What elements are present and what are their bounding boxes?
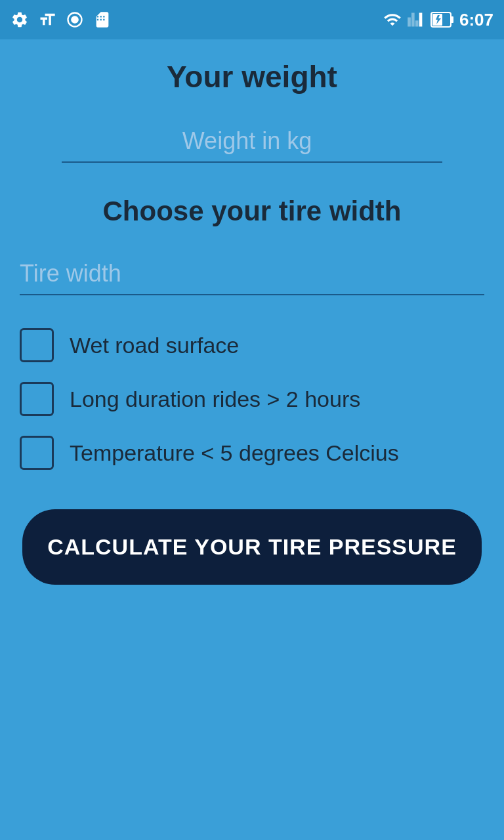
- tire-width-section-title: Choose your tire width: [102, 196, 401, 227]
- battery-icon: [430, 10, 454, 29]
- checkbox-long-duration-label: Long duration rides > 2 hours: [70, 387, 360, 412]
- weight-input[interactable]: [62, 121, 442, 163]
- status-bar-right-icons: 6:07: [383, 10, 494, 30]
- tire-width-input[interactable]: [20, 253, 484, 295]
- status-time: 6:07: [459, 10, 494, 30]
- checkbox-group: Wet road surface Long duration rides > 2…: [20, 328, 484, 470]
- checkbox-wet-road[interactable]: Wet road surface: [20, 328, 484, 362]
- weight-input-container: [62, 121, 442, 163]
- gear-icon: [10, 10, 29, 29]
- status-bar-left-icons: [10, 10, 112, 29]
- signal-icon: [407, 10, 425, 29]
- checkbox-wet-road-label: Wet road surface: [70, 333, 239, 358]
- spinner-icon: [66, 10, 84, 29]
- main-content: Your weight Choose your tire width Wet r…: [0, 39, 504, 585]
- status-bar: 6:07: [0, 0, 504, 39]
- checkbox-long-duration[interactable]: Long duration rides > 2 hours: [20, 382, 484, 416]
- checkbox-temperature[interactable]: Temperature < 5 degrees Celcius: [20, 436, 484, 470]
- svg-rect-3: [451, 16, 453, 23]
- checkbox-temperature-box[interactable]: [20, 436, 54, 470]
- tire-width-container: [20, 253, 484, 295]
- checkbox-wet-road-box[interactable]: [20, 328, 54, 362]
- font-icon: [38, 10, 56, 29]
- svg-point-1: [72, 16, 77, 22]
- calculate-button[interactable]: CALCULATE YOUR TIRE PRESSURE: [22, 509, 482, 585]
- wifi-icon: [383, 10, 402, 29]
- page-title: Your weight: [167, 59, 337, 94]
- checkbox-temperature-label: Temperature < 5 degrees Celcius: [70, 440, 399, 466]
- checkbox-long-duration-box[interactable]: [20, 382, 54, 416]
- sd-card-icon: [93, 10, 112, 29]
